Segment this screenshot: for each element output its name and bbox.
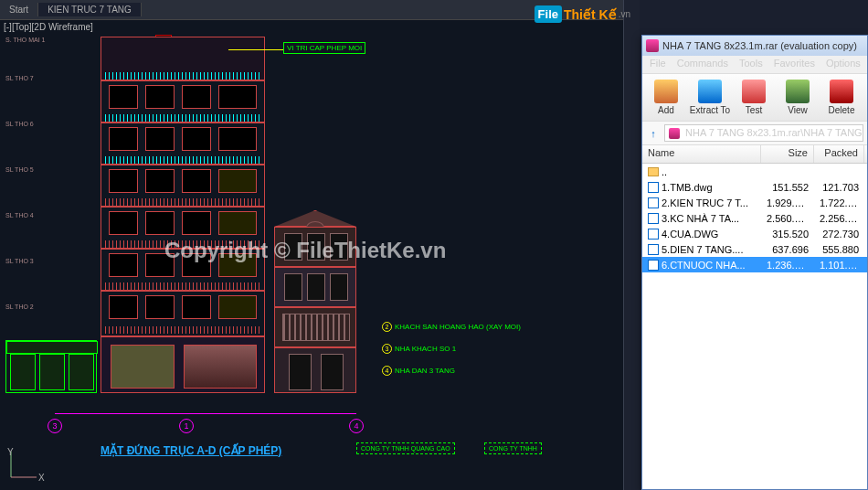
test-button[interactable]: Test [732, 76, 776, 119]
railing [105, 326, 260, 334]
file-name: 6.CTNUOC NHA... [662, 260, 746, 271]
file-size: 151.552 [761, 182, 814, 193]
axis-mark: 3 [48, 419, 62, 433]
btn-label: Add [658, 105, 674, 115]
railing [105, 72, 260, 80]
file-icon [648, 260, 659, 271]
file-name: 5.DIEN 7 TANG.... [662, 244, 743, 255]
file-row[interactable]: 2.KIEN TRUC 7 T...1.929.7601.722.048 [642, 195, 867, 210]
file-row[interactable]: 6.CTNUOC NHA...1.236.2881.101.271 [642, 257, 867, 272]
level-label: S. THO MAI 1 [5, 37, 45, 43]
window [218, 253, 257, 277]
btn-label: Extract To [690, 105, 730, 115]
file-packed: 272.730 [814, 229, 864, 240]
railing [105, 114, 260, 122]
file-size: 315.520 [761, 229, 814, 240]
winrar-titlebar[interactable]: NHA 7 TANG 8x23.1m.rar (evaluation copy) [642, 36, 867, 56]
annotation: 2 KHACH SAN HOANG HAO (XAY MOI) [382, 322, 521, 332]
cad-application: Start KIEN TRUC 7 TANG [-][Top][2D Wiref… [0, 0, 640, 490]
archive-icon [669, 128, 680, 139]
floors-stack [101, 80, 265, 336]
door [111, 345, 175, 389]
menu-commands[interactable]: Commands [672, 56, 734, 73]
file-packed: 1.722.048 [814, 197, 864, 208]
annotation-num-icon: 4 [382, 366, 392, 376]
footer-box: CONG TY TNHH QUANG CAO [356, 442, 455, 454]
house-floor [274, 227, 356, 267]
add-icon [654, 80, 678, 103]
window [218, 295, 257, 319]
floor [101, 80, 265, 122]
window [182, 295, 211, 319]
extract-icon [698, 80, 722, 103]
col-packed-header[interactable]: Packed [814, 145, 864, 163]
file-row[interactable]: 4.CUA.DWG315.520272.730 [642, 226, 867, 241]
window [182, 127, 211, 151]
window [145, 253, 175, 277]
file-icon [648, 213, 659, 224]
level-label: SL THO 7 [5, 75, 34, 81]
file-row[interactable]: 1.TMB.dwg151.552121.703 [642, 179, 867, 195]
cad-tab-active[interactable]: KIEN TRUC 7 TANG [38, 3, 142, 16]
annotation: 3 NHA KHACH SO 1 [382, 344, 456, 354]
file-icon [648, 244, 659, 255]
path-field[interactable]: NHA 7 TANG 8x23.1m.rar\NHA 7 TANG [664, 124, 863, 142]
winrar-app-icon [646, 39, 659, 52]
file-row[interactable]: 3.KC NHÀ 7 TA...2.560.9282.256.370 [642, 210, 867, 226]
window [182, 169, 211, 193]
menu-favorites[interactable]: Favorites [768, 56, 820, 73]
cad-view-mode[interactable]: [-][Top][2D Wireframe] [4, 22, 93, 32]
window [218, 85, 257, 109]
logo-suffix: .vn [619, 9, 630, 19]
window [218, 127, 257, 151]
balcony [282, 314, 350, 341]
file-row[interactable]: 5.DIEN 7 TANG....637.696555.880 [642, 241, 867, 257]
parent-folder-row[interactable]: .. [642, 164, 867, 179]
file-size: 2.560.928 [761, 213, 814, 224]
level-label: SL THO 3 [5, 258, 34, 264]
annotation: 4 NHA DAN 3 TANG [382, 366, 455, 376]
garage-door [184, 345, 257, 389]
wall [6, 341, 98, 354]
site-logo: File Thiết Kế .vn [535, 5, 630, 23]
folder-icon [648, 167, 659, 176]
add-button[interactable]: Add [644, 76, 688, 119]
window [307, 233, 325, 261]
menu-options[interactable]: Options [820, 56, 866, 73]
cad-canvas[interactable]: S. THO MAI 1 SL THO 7 SL THO 6 SL THO 5 … [0, 37, 640, 490]
floor [101, 291, 265, 336]
window [307, 273, 325, 301]
house-ground [274, 347, 356, 393]
annotation-text: NHA DAN 3 TANG [395, 367, 455, 375]
window [145, 295, 175, 319]
annotation-text: NHA KHACH SO 1 [395, 345, 456, 353]
menu-tools[interactable]: Tools [734, 56, 768, 73]
file-name: 3.KC NHÀ 7 TA... [662, 213, 739, 224]
menu-file[interactable]: File [644, 56, 672, 73]
level-label: SL THO 6 [5, 121, 34, 127]
col-size-header[interactable]: Size [761, 145, 814, 163]
floor [101, 122, 265, 165]
winrar-title-text: NHA 7 TANG 8x23.1m.rar (evaluation copy) [662, 40, 857, 51]
cad-tab[interactable]: Start [0, 3, 38, 16]
path-text: NHA 7 TANG 8x23.1m.rar\NHA 7 TANG [685, 127, 863, 138]
floor [101, 165, 265, 207]
delete-button[interactable]: Delete [820, 76, 863, 119]
winrar-file-list[interactable]: ..1.TMB.dwg151.552121.7032.KIEN TRUC 7 T… [642, 164, 867, 489]
axis-mark: 4 [349, 419, 364, 433]
window [284, 233, 302, 261]
up-button[interactable]: ↑ [646, 126, 661, 141]
file-packed: 1.101.271 [814, 260, 864, 271]
door [39, 354, 65, 390]
file-name: 1.TMB.dwg [662, 182, 713, 193]
file-name: 4.CUA.DWG [662, 229, 718, 240]
level-label: SL THO 5 [5, 166, 34, 173]
annotation-num-icon: 2 [382, 322, 392, 332]
extract-button[interactable]: Extract To [688, 76, 732, 119]
panel-divider[interactable] [623, 0, 640, 490]
level-label: SL THO 2 [5, 304, 34, 310]
file-icon [648, 197, 659, 208]
permit-label: VI TRI CAP PHEP MOI [283, 42, 365, 54]
col-name-header[interactable]: Name [642, 145, 761, 163]
view-button[interactable]: View [776, 76, 820, 119]
